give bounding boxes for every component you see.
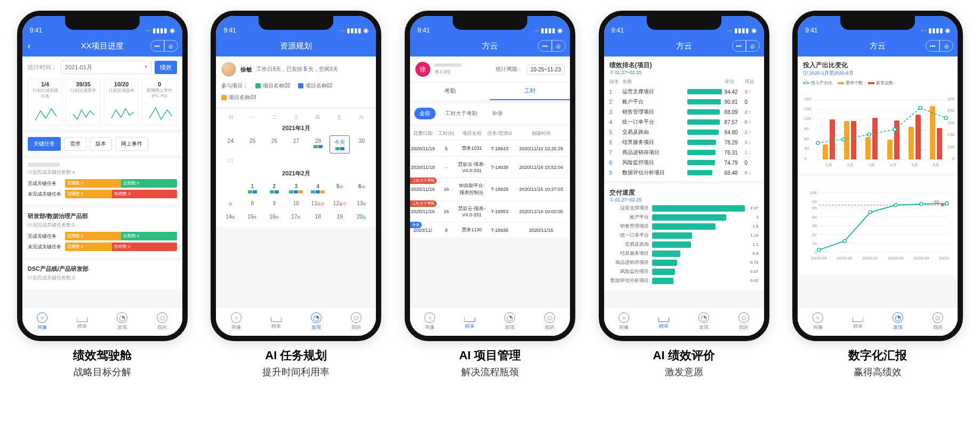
tab-mine[interactable]: 我的 [157,312,167,331]
user-summary: 徐敏 工作日8天，已安排 5 天，空闲3天 [221,62,371,77]
calendar-day[interactable]: 9 [264,198,284,209]
calendar-day[interactable]: 28 [308,135,328,154]
target-icon[interactable]: ◎ [939,40,953,52]
capsule[interactable]: •••◎ [538,40,566,52]
calendar-day[interactable]: 11除夕 [308,198,328,209]
ranking-section: 绩效排名(项目) ① 01.27~02.25 排名名称评分环比 1运营支撑项目9… [604,56,764,181]
perf-button[interactable]: 绩效 [155,61,177,74]
tab-attendance[interactable]: 考勤 [410,83,490,100]
period-select[interactable]: 10-25~11-23 [527,64,565,75]
ranking-row[interactable]: 3销售管理项目88.092 ↑ [609,108,759,116]
tab-mine[interactable]: 我的 [738,312,749,331]
stat-card[interactable]: 0新增网上事件(P1, P2) [142,78,177,125]
tab-portrait[interactable]: ☺画像 [424,312,435,331]
more-icon[interactable]: ••• [150,40,164,52]
table-row[interactable]: 工时大于考勤2020/11/1616慧影云-报表-V4.0-331T-18853… [410,201,570,222]
svg-point-3 [893,128,896,131]
stat-card[interactable]: 1/4计划完成关键任务 [28,78,63,125]
stat-card[interactable]: 10/20计划完成版本 [104,78,139,125]
calendar-day[interactable]: 20返 [351,211,372,223]
tab-portrait[interactable]: ☺画像 [37,312,47,331]
target-icon[interactable]: ◎ [164,40,178,52]
calendar-day[interactable]: 26 [264,135,284,154]
tab-mine[interactable]: 我的 [351,312,362,331]
capsule[interactable]: •••◎ [732,40,760,52]
ranking-row[interactable]: 4统一订单平台87.578 ↑ [609,118,759,126]
tab-ranking[interactable]: 榜单 [271,313,282,330]
tab-ranking[interactable]: 榜单 [853,313,863,330]
more-icon[interactable]: ••• [538,40,552,52]
calendar-day[interactable]: 19 [330,211,350,223]
section-range: ① 2020-1月至2020-6月 [803,70,952,77]
table-row[interactable]: 2020/11/18-慧影云-报表-V4.0-331T-190382020/11… [410,157,570,178]
calendar-day[interactable]: 8 [242,198,262,209]
tab-portrait[interactable]: ☺画像 [813,312,823,331]
month-label-1: 2021年1月 [220,124,372,132]
tab-discover[interactable]: 发现 [311,312,322,331]
calendar-day[interactable]: 1 [242,181,262,196]
more-icon[interactable]: ••• [732,40,746,52]
calendar-day[interactable]: 30 [351,135,372,154]
ranking-row[interactable]: 7商品进销存项目76.311 ↓ [609,149,759,156]
calendar-day[interactable]: 3 [286,181,306,196]
calendar-day[interactable]: 24 [220,135,240,154]
ranking-row[interactable]: 8风险监控项目74.790 [609,159,759,166]
capsule[interactable]: •••◎ [150,40,178,52]
filter-over[interactable]: 工时大于考勤 [440,108,483,119]
calendar-day[interactable]: 27 [286,135,306,154]
tab-ranking[interactable]: 榜单 [658,313,669,330]
back-icon[interactable]: ‹ [28,41,31,52]
calendar-day[interactable]: 6休 [351,181,372,196]
segment-tab[interactable]: 关键任务 [28,137,61,151]
ranking-row[interactable]: 5交易及路由84.802 ↑ [609,128,759,136]
calendar-day[interactable]: 10 [286,198,306,209]
calendar-day[interactable]: 15休 [242,211,262,223]
segment-tab[interactable]: 需求 [64,137,86,151]
table-row[interactable]: 补录2020/11/8票务1130T-189362020/11/16 [410,222,570,238]
stat-card[interactable]: 39/35计划完成需求 [66,78,101,125]
ranking-row[interactable]: 6结算服务项目78.293 ↓ [609,139,759,146]
tab-ranking[interactable]: 榜单 [464,313,475,330]
calendar-day[interactable]: 18 [308,211,328,223]
filter-append[interactable]: 补录 [487,108,508,119]
tab-portrait[interactable]: ☺画像 [231,312,242,331]
table-row[interactable]: 2020/11/195票务1031T-186432020/11/19 10:26… [410,141,570,157]
tab-discover[interactable]: 发现 [117,312,127,331]
calendar-day[interactable]: 17休 [286,211,306,223]
calendar-day[interactable]: 休 [220,198,240,209]
tab-hours[interactable]: 工时 [490,83,570,100]
tab-mine[interactable]: 我的 [933,312,943,331]
table-row[interactable]: 工时大于考勤2020/11/1616BI自助平台-报表控制台T-18928202… [410,178,570,201]
ranking-row[interactable]: 2账户平台90.810 [609,98,759,106]
tab-mine[interactable]: 我的 [544,312,555,331]
tab-ranking[interactable]: 榜单 [77,313,87,330]
calendar-day[interactable]: 12春节 [330,198,350,209]
calendar-day[interactable]: 14休 [220,211,240,223]
ranking-row[interactable]: 9数据评估分析项目68.488 ↓ [609,169,759,176]
date-select[interactable]: 2021-01月 [60,61,151,74]
filter-tabs: 全部 工时大于考勤 补录 [410,103,570,124]
capsule[interactable]: •••◎ [926,40,953,52]
more-icon[interactable]: ••• [926,40,939,52]
target-icon[interactable]: ◎ [552,40,566,52]
tab-discover[interactable]: 发现 [893,312,903,331]
calendar-day[interactable]: 13休 [351,198,372,209]
calendar-day[interactable]: 4 [308,181,328,196]
calendar-day[interactable]: 5休 [330,181,350,196]
target-icon[interactable]: ◎ [746,40,760,52]
segment-tab[interactable]: 版本 [90,137,112,151]
screen: 投入产出比变化 ① 2020-1月至2020-6月 投入产出比 需求个数 薪资总… [798,56,958,307]
segment-tab[interactable]: 网上事件 [115,137,148,151]
calendar-day[interactable]: 16休 [264,211,284,223]
calendar-day[interactable]: 2 [264,181,284,196]
calendar-day[interactable]: 今天 [330,135,350,154]
filter-all[interactable]: 全部 [414,108,436,119]
tab-discover[interactable]: 发现 [698,312,709,331]
phone-3-wrap: 9:41 ··· ▮▮▮▮ ◉ 方云 •••◎ 徐 务4.0组 统计周期： 10… [405,11,575,378]
calendar-day[interactable]: 25 [242,135,262,154]
calendar-day[interactable]: 31 [220,155,240,166]
tab-discover[interactable]: 发现 [504,312,515,331]
tab-portrait[interactable]: ☺画像 [618,312,629,331]
ranking-row[interactable]: 1运营支撑项目94.423 ↑ [609,88,759,95]
portrait-icon: ☺ [424,312,435,323]
